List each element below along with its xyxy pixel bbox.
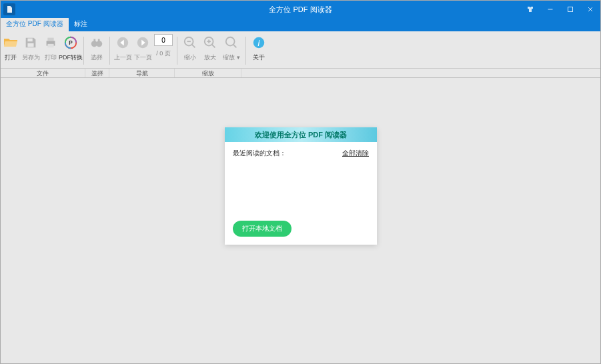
next-label: 下一页: [134, 53, 152, 62]
svg-line-26: [233, 45, 237, 48]
select-label: 选择: [91, 53, 103, 62]
maximize-button[interactable]: [560, 1, 580, 18]
window-title: 全方位 PDF 阅读器: [269, 5, 332, 15]
page-box: / 0 页: [153, 34, 174, 58]
next-button[interactable]: 下一页: [133, 34, 153, 62]
menubar: 全方位 PDF 阅读器 标注: [1, 18, 600, 31]
separator: [109, 37, 110, 65]
zoomin-label: 放大: [204, 53, 216, 62]
welcome-panel: 欢迎使用全方位 PDF 阅读器 最近阅读的文档： 全部清除 打开本地文档: [225, 127, 377, 245]
svg-line-22: [212, 45, 215, 48]
minimize-button[interactable]: [540, 1, 560, 18]
arrow-left-icon: [114, 34, 131, 51]
svg-rect-14: [93, 39, 95, 43]
workspace: 欢迎使用全方位 PDF 阅读器 最近阅读的文档： 全部清除 打开本地文档: [1, 78, 600, 363]
svg-rect-0: [548, 9, 553, 10]
save-icon: [22, 34, 39, 51]
group-labels: 文件 选择 导航 缩放: [1, 69, 600, 78]
info-icon: i: [250, 34, 267, 51]
zoomout-button[interactable]: 缩小: [180, 34, 200, 62]
svg-point-25: [226, 37, 235, 46]
page-total: / 0 页: [156, 49, 171, 58]
convert-button[interactable]: P PDF转换: [61, 34, 81, 62]
saveas-button[interactable]: 另存为: [21, 34, 41, 62]
zoom-in-icon: [201, 34, 219, 51]
welcome-body: 最近阅读的文档： 全部清除: [225, 142, 377, 165]
convert-label: PDF转换: [59, 53, 83, 62]
zoomin-button[interactable]: 放大: [200, 34, 220, 62]
arrow-right-icon: [134, 34, 151, 51]
group-zoom: 缩放: [175, 69, 241, 77]
svg-rect-1: [568, 7, 573, 12]
group-nav: 导航: [109, 69, 175, 77]
print-label: 打印: [45, 53, 57, 62]
prev-button[interactable]: 上一页: [113, 34, 133, 62]
app-icon: [3, 3, 15, 15]
print-button[interactable]: 打印: [41, 34, 61, 62]
clear-all-link[interactable]: 全部清除: [342, 149, 369, 158]
open-button[interactable]: 打开: [1, 34, 21, 62]
prev-label: 上一页: [114, 53, 132, 62]
svg-rect-3: [27, 43, 33, 47]
close-button[interactable]: [580, 1, 600, 18]
svg-rect-2: [27, 39, 32, 42]
zoomout-label: 缩小: [184, 53, 196, 62]
about-button[interactable]: i 关于: [249, 34, 269, 62]
svg-rect-15: [98, 39, 100, 43]
titlebar: 全方位 PDF 阅读器: [1, 1, 600, 18]
zoom-fit-icon: [223, 34, 240, 51]
recent-row: 最近阅读的文档： 全部清除: [233, 149, 369, 158]
fit-button[interactable]: 缩放 ▾: [220, 34, 243, 62]
welcome-title: 欢迎使用全方位 PDF 阅读器: [225, 127, 377, 142]
group-select: 选择: [85, 69, 109, 77]
skin-button[interactable]: [520, 1, 540, 18]
select-button[interactable]: 选择: [87, 34, 107, 62]
open-local-button[interactable]: 打开本地文档: [233, 221, 291, 237]
svg-rect-5: [47, 38, 53, 41]
separator: [177, 37, 177, 65]
svg-line-19: [192, 45, 195, 48]
tab-annotate[interactable]: 标注: [69, 17, 93, 31]
window-controls: [520, 1, 600, 18]
open-label: 打开: [5, 53, 17, 62]
svg-text:P: P: [69, 40, 73, 46]
toolbar: 打开 另存为 打印 P PDF转换 选择 上一页 下一页: [1, 31, 600, 69]
separator: [83, 37, 84, 65]
print-icon: [42, 34, 59, 51]
fit-label: 缩放 ▾: [223, 53, 240, 62]
saveas-label: 另存为: [22, 53, 40, 62]
page-input[interactable]: [154, 34, 173, 46]
about-label: 关于: [253, 53, 265, 62]
zoom-out-icon: [181, 34, 199, 51]
separator: [245, 37, 246, 65]
folder-open-icon: [2, 34, 19, 51]
fit-text: 缩放: [223, 54, 235, 61]
svg-rect-6: [47, 44, 53, 48]
tab-reader[interactable]: 全方位 PDF 阅读器: [1, 17, 69, 31]
binoculars-icon: [88, 34, 105, 51]
convert-icon: P: [62, 34, 79, 51]
group-file: 文件: [1, 69, 85, 77]
recent-label: 最近阅读的文档：: [233, 149, 286, 158]
